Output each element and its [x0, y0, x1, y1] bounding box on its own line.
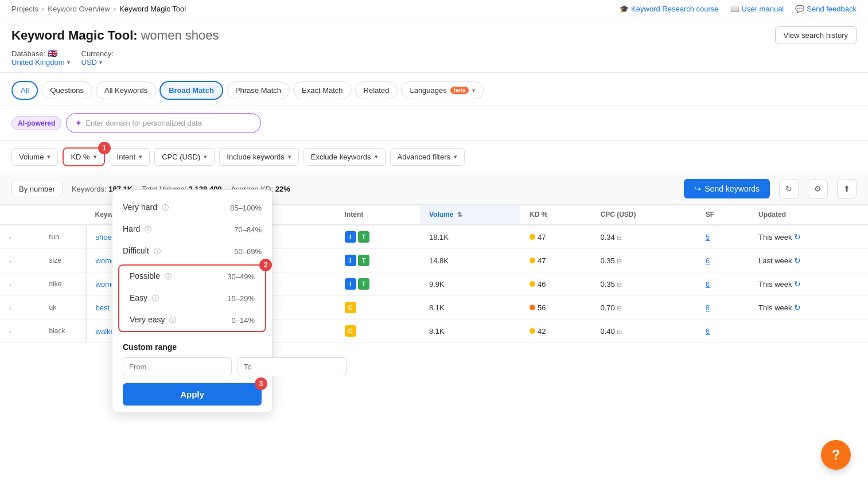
cpc-cell: 0.70 ⊟: [591, 296, 696, 320]
database-selector[interactable]: United Kingdom ▾: [11, 58, 70, 67]
breadcrumb-current: Keyword Magic Tool: [119, 5, 186, 13]
volume-cell: 9.9K: [420, 272, 520, 296]
intent-cell: I T: [336, 249, 420, 272]
header: Keyword Magic Tool: women shoes View sea…: [0, 18, 868, 73]
annotation-1: 1: [98, 142, 111, 154]
refresh-icon[interactable]: ↻: [794, 232, 801, 241]
expand-cell[interactable]: ›: [0, 320, 40, 343]
col-intent[interactable]: Intent: [336, 205, 420, 225]
volume-cell: 8.1K: [420, 320, 520, 343]
chevron-down-icon: ▾: [288, 153, 291, 161]
tab-phrase-match[interactable]: Phrase Match: [227, 81, 290, 99]
keyword-research-course-link[interactable]: 🎓 Keyword Research course: [620, 5, 718, 13]
cpc-filter[interactable]: CPC (USD) ▾: [154, 148, 215, 166]
intent-badge: I: [345, 255, 356, 266]
tab-exact-match[interactable]: Exact Match: [293, 81, 352, 99]
serp-icon[interactable]: ⊟: [617, 328, 622, 335]
send-keywords-button[interactable]: ↪ Send keywords: [684, 179, 770, 198]
dropdown-item-very-easy[interactable]: Very easy ⓘ 0–14%: [119, 309, 265, 331]
col-cpc[interactable]: CPC (USD): [591, 205, 696, 225]
send-feedback-link[interactable]: 💬 Send feedback: [795, 5, 857, 13]
breadcrumb-keyword-overview[interactable]: Keyword Overview: [48, 5, 110, 13]
chat-icon: 💬: [795, 5, 804, 13]
page-title: Keyword Magic Tool: women shoes: [11, 28, 219, 43]
dropdown-item-very-hard[interactable]: Very hard ⓘ 85–100%: [112, 197, 272, 219]
kd-dot: [530, 258, 535, 263]
serp-icon[interactable]: ⊟: [617, 258, 622, 264]
kd-dropdown: Very hard ⓘ 85–100% Hard ⓘ 70–84% Diffic…: [112, 189, 273, 343]
sf-cell[interactable]: 5: [696, 225, 749, 249]
volume-filter[interactable]: Volume ▾: [11, 148, 58, 166]
exclude-keywords-filter[interactable]: Exclude keywords ▾: [303, 148, 386, 166]
dropdown-item-easy[interactable]: Easy ⓘ 15–29%: [119, 287, 265, 309]
chevron-down-icon: ▾: [67, 59, 70, 65]
settings-button[interactable]: ⚙: [808, 179, 828, 198]
refresh-button[interactable]: ↻: [779, 179, 799, 198]
col-updated[interactable]: Updated: [749, 205, 868, 225]
kd-cell: 46: [520, 272, 591, 296]
kd-dot: [530, 328, 535, 334]
database-label: Database: 🇬🇧 United Kingdom ▾: [11, 49, 70, 67]
row-group: size: [40, 249, 86, 272]
expand-arrow-icon[interactable]: ›: [9, 305, 11, 311]
chevron-down-icon: ▾: [47, 153, 50, 161]
expand-cell[interactable]: ›: [0, 225, 40, 249]
updated-cell: This week ↻: [749, 296, 868, 320]
ai-row: AI-powered ✦ Enter domain for personaliz…: [0, 106, 868, 141]
refresh-icon[interactable]: ↻: [794, 303, 801, 312]
chevron-down-icon: ▾: [375, 153, 378, 161]
tab-all[interactable]: All: [11, 81, 38, 100]
intent-filter[interactable]: Intent ▾: [110, 148, 150, 166]
annotation-2: 2: [259, 259, 272, 271]
dropdown-item-hard[interactable]: Hard ⓘ 70–84%: [112, 219, 272, 240]
advanced-filters[interactable]: Advanced filters ▾: [390, 148, 465, 166]
send-icon: ↪: [694, 184, 701, 193]
expand-cell[interactable]: ›: [0, 272, 40, 296]
chevron-down-icon: ▾: [139, 153, 142, 161]
flag-icon: 🇬🇧: [48, 49, 57, 58]
row-group: run: [40, 225, 86, 249]
expand-arrow-icon[interactable]: ›: [9, 328, 11, 335]
tab-all-keywords[interactable]: All Keywords: [96, 81, 156, 99]
serp-icon[interactable]: ⊟: [617, 234, 622, 241]
breadcrumb: Projects › Keyword Overview › Keyword Ma…: [11, 5, 186, 13]
kd-dot: [530, 305, 535, 310]
sf-cell[interactable]: 6: [696, 320, 749, 343]
tab-questions[interactable]: Questions: [41, 81, 92, 99]
expand-cell[interactable]: ›: [0, 296, 40, 320]
serp-icon[interactable]: ⊟: [617, 281, 622, 288]
breadcrumb-projects[interactable]: Projects: [11, 5, 38, 13]
serp-icon[interactable]: ⊟: [617, 305, 622, 311]
col-sf[interactable]: SF: [696, 205, 749, 225]
col-volume[interactable]: Volume ⇅: [420, 205, 520, 225]
sf-cell[interactable]: 6: [696, 272, 749, 296]
ai-input-wrap: AI-powered ✦ Enter domain for personaliz…: [11, 113, 857, 133]
expand-arrow-icon[interactable]: ›: [9, 258, 11, 264]
expand-arrow-icon[interactable]: ›: [9, 281, 11, 288]
sf-cell[interactable]: 8: [696, 296, 749, 320]
sf-cell[interactable]: 6: [696, 249, 749, 272]
currency-selector[interactable]: USD ▾: [81, 58, 114, 67]
filters-row: Volume ▾ KD % ▾ 1 Intent ▾ CPC (USD) ▾ I…: [0, 141, 868, 173]
export-button[interactable]: ⬆: [837, 179, 857, 198]
ai-domain-input[interactable]: ✦ Enter domain for personalized data: [66, 113, 261, 133]
user-manual-link[interactable]: 📖 User manual: [730, 5, 784, 13]
expand-arrow-icon[interactable]: ›: [9, 234, 11, 241]
tab-related[interactable]: Related: [355, 81, 398, 99]
kd-dot: [530, 234, 535, 240]
refresh-icon[interactable]: ↻: [794, 279, 801, 289]
tab-broad-match[interactable]: Broad Match: [159, 81, 223, 100]
refresh-icon[interactable]: ↻: [794, 256, 801, 265]
cpc-cell: 0.40 ⊟: [591, 320, 696, 343]
tab-languages[interactable]: Languages beta ▾: [401, 81, 484, 99]
expand-cell[interactable]: ›: [0, 249, 40, 272]
dropdown-item-possible[interactable]: Possible ⓘ 30–49%: [119, 266, 265, 287]
view-search-history-button[interactable]: View search history: [775, 26, 857, 44]
highlighted-options: Possible ⓘ 30–49% Easy ⓘ 15–29% Very eas…: [118, 264, 266, 332]
by-number-button[interactable]: By number: [11, 181, 63, 197]
include-keywords-filter[interactable]: Include keywords ▾: [219, 148, 298, 166]
dropdown-item-difficult[interactable]: Difficult ⓘ 50–69%: [112, 240, 272, 262]
col-kd[interactable]: KD %: [520, 205, 591, 225]
intent-badge: T: [358, 255, 369, 266]
volume-cell: 8.1K: [420, 296, 520, 320]
